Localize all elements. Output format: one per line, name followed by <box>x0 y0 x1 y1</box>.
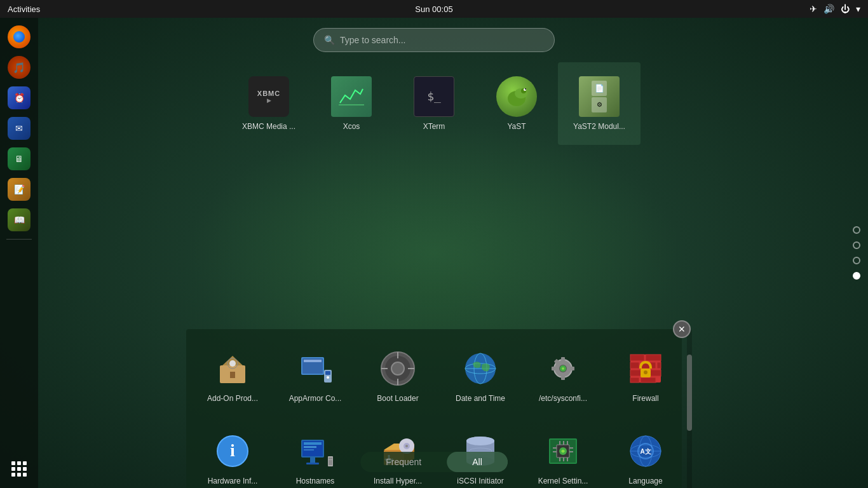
sidebar-separator <box>6 239 32 240</box>
airplane-mode-icon[interactable]: ✈ <box>810 4 817 14</box>
activities-button[interactable]: Activities <box>8 4 40 14</box>
right-dot-1[interactable] <box>853 226 860 234</box>
search-bar[interactable]: 🔍 <box>313 28 555 52</box>
svg-rect-0 <box>339 104 364 105</box>
svg-point-18 <box>391 362 404 375</box>
svg-rect-9 <box>230 372 235 378</box>
svg-point-15 <box>327 376 329 379</box>
app-yast[interactable]: YaST <box>475 62 558 145</box>
panel-scrollbar[interactable] <box>687 329 692 488</box>
sidebar-item-apps[interactable] <box>5 455 33 483</box>
kernel-settings-label: Kernel Settin... <box>538 477 588 485</box>
svg-rect-12 <box>304 360 322 362</box>
svg-point-67 <box>466 437 494 445</box>
svg-rect-30 <box>561 376 565 380</box>
bootloader-icon <box>377 348 418 389</box>
sidebar-item-rhythmbox[interactable]: 🎵 <box>5 53 33 81</box>
svg-point-46 <box>644 370 648 374</box>
sidebar: 🎵 ⏰ ✉ 🖥 📝 📖 <box>0 18 38 488</box>
yast-icon <box>496 76 537 117</box>
kernel-settings-icon <box>543 431 583 471</box>
xbmc-label: XBMC Media ... <box>242 122 295 131</box>
right-dot-2[interactable] <box>853 241 860 249</box>
search-icon: 🔍 <box>324 35 335 45</box>
app-hardware-info[interactable]: i Hardware Inf... <box>191 417 274 488</box>
svg-point-62 <box>405 445 408 447</box>
app-xcos[interactable]: Xcos <box>310 62 393 145</box>
clock-display: Sun 00:05 <box>415 4 452 14</box>
language-icon: A文 <box>625 431 666 471</box>
sidebar-item-notes[interactable]: 📝 <box>5 175 33 203</box>
close-button[interactable]: ✕ <box>673 320 691 338</box>
svg-rect-58 <box>329 460 332 465</box>
svg-rect-76 <box>559 458 560 461</box>
app-kernel-settings[interactable]: Kernel Settin... <box>522 417 604 488</box>
tab-frequent[interactable]: Frequent <box>360 452 447 472</box>
app-hostnames[interactable]: Hostnames <box>274 417 356 488</box>
svg-rect-36 <box>630 355 644 361</box>
main-panel-wrapper: ✕ Add-On Prod... <box>186 173 682 431</box>
svg-rect-54 <box>310 458 315 463</box>
app-yast2-modules[interactable]: 📄 ⚙ YaST2 Modul... <box>558 62 641 145</box>
desktop: 🎵 ⏰ ✉ 🖥 📝 📖 <box>0 18 868 488</box>
app-firewall[interactable]: Firewall <box>604 334 687 417</box>
app-etcsysconfig[interactable]: /etc/sysconfi... <box>522 334 604 417</box>
app-addon-prod[interactable]: Add-On Prod... <box>191 334 274 417</box>
svg-rect-51 <box>304 442 322 445</box>
svg-rect-32 <box>571 367 574 370</box>
dropdown-icon[interactable]: ▾ <box>856 4 860 14</box>
hostnames-label: Hostnames <box>296 477 335 485</box>
svg-rect-78 <box>567 458 568 461</box>
app-bootloader[interactable]: Boot Loader <box>356 334 439 417</box>
sidebar-item-monitor[interactable]: 🖥 <box>5 145 33 173</box>
sidebar-item-timeshift[interactable]: ⏰ <box>5 84 33 112</box>
sidebar-item-firefox[interactable] <box>5 23 33 51</box>
svg-rect-44 <box>641 377 656 383</box>
search-input[interactable] <box>340 35 544 45</box>
etcsysconfig-icon <box>543 348 583 389</box>
etcsysconfig-label: /etc/sysconfi... <box>539 394 587 403</box>
sidebar-item-book[interactable]: 📖 <box>5 206 33 234</box>
app-language[interactable]: A文 Language <box>604 417 687 488</box>
apps-grid-icon <box>11 461 27 477</box>
topbar-right-icons: ✈ 🔊 ⏻ ▾ <box>810 4 860 14</box>
svg-rect-52 <box>304 446 316 448</box>
svg-rect-73 <box>559 441 560 445</box>
xcos-icon <box>331 76 372 117</box>
sidebar-item-mail[interactable]: ✉ <box>5 114 33 142</box>
hardware-info-icon: i <box>212 431 253 471</box>
top-apps-row: XBMC ▶ XBMC Media ... Xcos <box>227 62 641 145</box>
svg-rect-82 <box>569 451 573 452</box>
right-dot-3[interactable] <box>853 257 860 264</box>
right-dots <box>853 226 860 280</box>
volume-icon[interactable]: 🔊 <box>824 4 834 14</box>
svg-rect-55 <box>306 463 319 464</box>
svg-rect-31 <box>552 367 555 370</box>
svg-text:A文: A文 <box>640 448 651 455</box>
firewall-label: Firewall <box>632 394 658 403</box>
svg-rect-77 <box>563 458 564 461</box>
scrollbar-thumb[interactable] <box>687 355 692 431</box>
app-datetime[interactable]: Date and Time <box>439 334 522 417</box>
svg-rect-80 <box>553 451 557 452</box>
firewall-icon <box>625 348 666 389</box>
yast2-modules-icon: 📄 ⚙ <box>579 76 620 117</box>
tab-all[interactable]: All <box>447 452 508 472</box>
app-apparmor[interactable]: AppArmor Co... <box>274 334 356 417</box>
right-dot-4[interactable] <box>853 272 860 280</box>
power-icon[interactable]: ⏻ <box>841 4 850 14</box>
svg-point-8 <box>229 360 236 367</box>
svg-rect-14 <box>325 371 330 375</box>
svg-text:i: i <box>230 440 235 460</box>
svg-rect-53 <box>304 449 314 451</box>
app-xterm[interactable]: $_ XTerm <box>393 62 475 145</box>
app-xbmc[interactable]: XBMC ▶ XBMC Media ... <box>227 62 310 145</box>
search-container: 🔍 <box>313 28 555 52</box>
svg-rect-79 <box>553 447 557 449</box>
svg-rect-75 <box>567 441 568 445</box>
hostnames-icon <box>295 431 336 471</box>
svg-rect-74 <box>563 441 564 445</box>
xbmc-icon: XBMC ▶ <box>248 76 289 117</box>
apparmor-label: AppArmor Co... <box>289 394 342 403</box>
svg-rect-29 <box>561 357 565 361</box>
